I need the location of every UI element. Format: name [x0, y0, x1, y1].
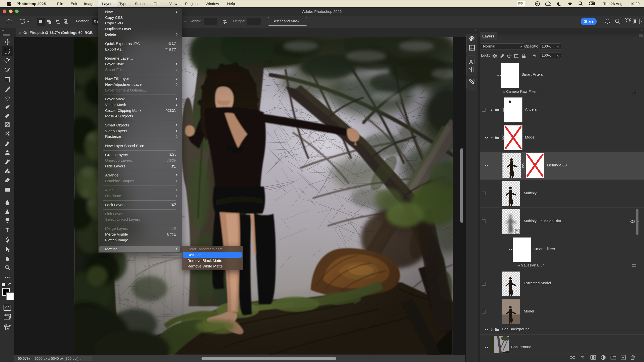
svg-text:A: A — [469, 59, 473, 65]
svg-text:T: T — [6, 227, 9, 233]
svg-text:w: w — [536, 2, 538, 5]
